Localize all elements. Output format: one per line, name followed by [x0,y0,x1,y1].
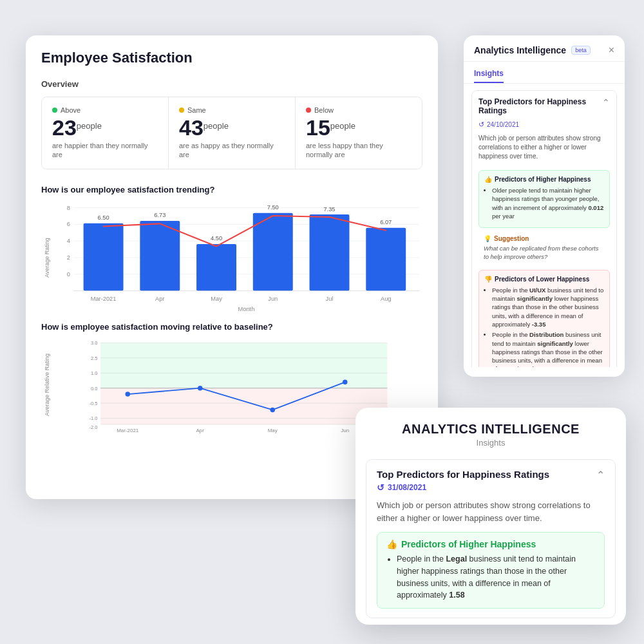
thumbs-down-icon: 👎 [484,276,492,283]
svg-text:4.50: 4.50 [211,235,222,242]
svg-rect-11 [84,223,124,290]
svg-text:-1.0: -1.0 [89,415,97,421]
svg-text:2: 2 [67,254,70,261]
line-chart-title: How is employee satisfaction moving rela… [41,322,422,332]
svg-text:6.07: 6.07 [380,219,392,225]
svg-text:7.35: 7.35 [323,205,335,212]
svg-point-47 [198,386,203,391]
stat-above: Above 23people are happier than they nor… [42,97,169,169]
svg-point-48 [270,407,276,412]
close-button[interactable]: × [609,44,614,56]
bar-chart-area: 8 6 4 2 0 6.50 6.73 4.50 [50,200,422,316]
svg-rect-32 [100,388,387,424]
svg-text:May: May [268,428,278,433]
floating-analytics-card: ANALYTICS INTELLIGENCE Insights Top Pred… [355,408,626,625]
svg-text:7.50: 7.50 [267,204,279,210]
insight-title: Top Predictors for Happiness Ratings [478,97,602,115]
suggestion-text: What can be replicated from these cohort… [484,244,605,261]
higher-happiness-body: Older people tend to maintain higher hap… [484,186,604,220]
stat-same-number: 43people [179,117,285,138]
dot-yellow-icon [179,108,184,113]
stat-below-indicator: Below [306,106,412,114]
dot-red-icon [306,108,311,113]
svg-text:4: 4 [67,238,70,244]
ai-content: Top Predictors for Happiness Ratings ⌃ ↺… [464,84,625,367]
insight-date: ↺ 24/10/2021 [472,119,616,134]
overview-label: Overview [41,79,422,89]
lower-happiness-section: 👎 Predictors of Lower Happiness People i… [478,270,610,367]
thumbs-up-icon: 👍 [484,176,492,183]
ai-sidebar-title: Analytics Intelligence [474,45,566,55]
svg-text:Aug: Aug [381,296,392,302]
lower-happiness-body: People in the UI/UX business unit tend t… [484,286,604,367]
floating-header: ANALYTICS INTELLIGENCE Insights [355,408,626,451]
svg-text:Mar-2021: Mar-2021 [91,296,117,302]
svg-text:Jul: Jul [326,296,334,302]
beta-badge: beta [571,46,591,55]
floating-insight-title: Top Predictors for Happiness Ratings [377,469,549,480]
ai-sidebar: Analytics Intelligence beta × Insights T… [464,35,625,377]
stat-same-desc: are as happy as they normally are [179,141,285,160]
floating-insight-date: ↺ 31/08/2021 [377,482,605,493]
ai-sidebar-header: Analytics Intelligence beta × [464,35,625,62]
svg-point-49 [343,379,348,384]
svg-text:1.0: 1.0 [91,370,97,376]
insight-desc: Which job or person attributes show stro… [472,134,616,166]
svg-text:Jun: Jun [341,428,349,433]
overview-section: Overview Above 23people are happier than… [26,73,438,178]
stats-row: Above 23people are happier than they nor… [41,97,422,169]
bar-chart-container: Average Rating 8 6 4 2 0 [41,200,422,316]
suggestion-title: 💡 Suggestion [484,235,605,242]
svg-text:Apr: Apr [196,428,205,433]
suggestion-box: 💡 Suggestion What can be replicated from… [478,232,610,265]
lightbulb-icon: 💡 [484,235,491,242]
svg-text:May: May [211,296,222,302]
svg-text:2.5: 2.5 [91,355,97,361]
svg-text:6.50: 6.50 [98,214,109,221]
svg-text:6: 6 [67,221,70,227]
svg-text:Apr: Apr [155,296,164,302]
stat-same-label: Same [187,106,206,114]
floating-insight-card: Top Predictors for Happiness Ratings ⌃ ↺… [366,459,616,618]
higher-happiness-title: 👍 Predictors of Higher Happiness [484,176,604,183]
svg-rect-19 [310,214,350,290]
floating-subtitle: Insights [368,438,613,448]
floating-predictor-body: People in the Legal business unit tend t… [386,553,595,601]
bar-chart-title: How is our employee satisfaction trendin… [41,185,422,194]
lower-happiness-title: 👎 Predictors of Lower Happiness [484,276,604,283]
svg-rect-21 [366,227,406,290]
refresh-icon: ↺ [478,120,484,129]
bar-chart-svg: 8 6 4 2 0 6.50 6.73 4.50 [50,200,422,316]
svg-text:0.0: 0.0 [91,385,97,391]
svg-text:3.0: 3.0 [91,340,97,346]
ai-tabs: Insights [464,62,625,84]
floating-insight-desc: Which job or person attributes show stro… [377,499,605,524]
svg-text:-2.0: -2.0 [89,424,97,430]
svg-point-46 [126,392,131,397]
svg-text:Mar-2021: Mar-2021 [117,428,139,433]
svg-text:6.73: 6.73 [154,212,166,218]
stat-below-desc: are less happy than they normally are [306,141,412,160]
stat-above-label: Above [61,106,80,114]
insights-tab[interactable]: Insights [474,69,504,83]
bar-chart-section: How is our employee satisfaction trendin… [26,178,438,316]
chevron-up-icon[interactable]: ⌃ [602,97,610,108]
svg-text:8: 8 [67,204,70,211]
floating-title: ANALYTICS INTELLIGENCE [368,422,613,437]
line-chart-y-label: Average Relative Rating [41,337,50,433]
dot-green-icon [52,108,57,113]
stat-above-desc: are happier than they normally are [52,141,158,160]
insight-card: Top Predictors for Happiness Ratings ⌃ ↺… [471,90,617,367]
floating-thumbs-up-icon: 👍 [386,539,397,549]
svg-text:-0.5: -0.5 [89,401,97,406]
stat-below-number: 15people [306,117,412,138]
ai-title-row: Analytics Intelligence beta [474,45,591,55]
svg-text:Month: Month [238,305,255,312]
stat-below: Below 15people are less happy than they … [296,97,422,169]
floating-predictor-section: 👍 Predictors of Higher Happiness People … [377,532,605,609]
stat-above-indicator: Above [52,106,158,114]
stat-below-label: Below [314,106,334,114]
insight-header: Top Predictors for Happiness Ratings ⌃ [472,91,616,119]
floating-chevron-up-icon[interactable]: ⌃ [596,469,605,481]
stat-same: Same 43people are as happy as they norma… [169,97,296,169]
